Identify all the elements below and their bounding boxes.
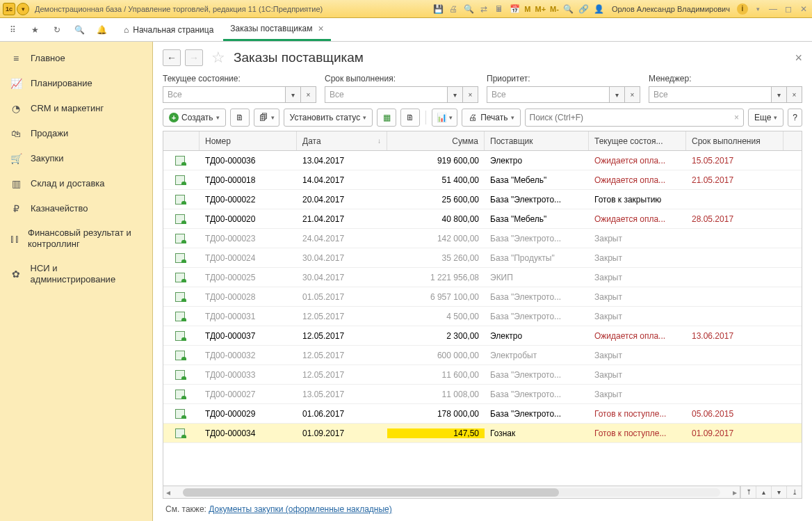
nav-back-button[interactable]: ← xyxy=(163,49,181,66)
table-row[interactable]: ТД00-00003312.05.201711 600,00База "Элек… xyxy=(163,365,802,385)
table-row[interactable]: ТД00-00002021.04.201740 800,00База "Мебе… xyxy=(163,209,802,229)
search-icon[interactable]: 🔍 xyxy=(72,23,86,37)
excel-button[interactable]: ▦ xyxy=(377,109,396,127)
document-icon xyxy=(175,214,185,224)
filter-state-dropdown[interactable]: ▾ xyxy=(286,86,301,103)
col-icon[interactable] xyxy=(163,131,200,150)
table-row[interactable]: ТД00-00002430.04.201735 260,00База "Прод… xyxy=(163,248,802,268)
col-state[interactable]: Текущее состоя... xyxy=(589,131,686,150)
search-box[interactable]: × xyxy=(525,109,744,127)
row-number: ТД00-000036 xyxy=(200,156,297,166)
scroll-left-icon[interactable]: ◂ xyxy=(163,488,173,497)
sidebar-item-8[interactable]: ✿НСИ и администрирование xyxy=(0,257,152,292)
history-icon[interactable]: ↻ xyxy=(50,23,64,37)
copy-button[interactable]: 🗎 xyxy=(230,109,250,127)
memory-m[interactable]: M xyxy=(524,5,530,13)
user-name[interactable]: Орлов Александр Владимирович xyxy=(612,5,730,13)
scroll-thumb[interactable] xyxy=(183,488,559,497)
table-row[interactable]: ТД00-00003613.04.2017919 600,00ЭлектроОж… xyxy=(163,151,802,170)
sidebar-item-1[interactable]: 📈Планирование xyxy=(0,71,152,96)
based-on-button[interactable]: 🗐▾ xyxy=(254,109,279,127)
sidebar-item-4[interactable]: 🛒Закупки xyxy=(0,146,152,171)
table-row[interactable]: ТД00-00002530.04.20171 221 956,08ЭКИПЗак… xyxy=(163,268,802,287)
nav-forward-button[interactable]: → xyxy=(185,49,203,66)
filter-state-input[interactable] xyxy=(163,86,286,103)
app-logo-icon[interactable]: 1c xyxy=(3,3,15,15)
table-row[interactable]: ТД00-00002324.04.2017142 000,00База "Эле… xyxy=(163,229,802,248)
zoom-icon[interactable]: 🔍 xyxy=(563,3,574,15)
table-row[interactable]: ТД00-00003212.05.2017600 000,00Электробы… xyxy=(163,346,802,365)
compare-icon[interactable]: ⇄ xyxy=(478,3,489,15)
favorite-page-icon[interactable]: ☆ xyxy=(211,49,225,67)
table-row[interactable]: ТД00-00001814.04.201751 400,00База "Мебе… xyxy=(163,170,802,190)
apps-icon[interactable]: ⠿ xyxy=(6,23,19,37)
close-page-icon[interactable]: × xyxy=(795,51,802,65)
goto-down-icon[interactable]: ▾ xyxy=(771,486,786,499)
col-supplier[interactable]: Поставщик xyxy=(485,131,589,150)
memory-mminus[interactable]: M- xyxy=(550,5,559,13)
col-date[interactable]: Дата↓ xyxy=(297,131,387,150)
goto-up-icon[interactable]: ▴ xyxy=(756,486,771,499)
scroll-right-icon[interactable]: ▸ xyxy=(730,488,740,497)
table-row[interactable]: ТД00-00003112.05.20174 500,00База "Элект… xyxy=(163,307,802,326)
minimize-icon[interactable]: — xyxy=(768,3,779,15)
filter-manager-dropdown[interactable]: ▾ xyxy=(772,86,787,103)
sidebar-item-0[interactable]: ≡Главное xyxy=(0,46,152,71)
favorite-icon[interactable]: ★ xyxy=(28,23,42,37)
print-icon[interactable]: 🖨 xyxy=(448,3,459,15)
filter-priority-clear[interactable]: × xyxy=(625,86,640,103)
set-status-button[interactable]: Установить статус ▾ xyxy=(284,109,373,127)
filter-due-clear[interactable]: × xyxy=(463,86,478,103)
tab-orders[interactable]: Заказы поставщикам × xyxy=(223,18,330,41)
table-row[interactable]: ТД00-00002220.04.201725 600,00База "Элек… xyxy=(163,190,802,209)
goto-bottom-icon[interactable]: ⤓ xyxy=(786,486,802,499)
filter-priority-dropdown[interactable]: ▾ xyxy=(610,86,625,103)
calculator-icon[interactable]: 🖩 xyxy=(494,3,505,15)
col-sum[interactable]: Сумма xyxy=(387,131,485,150)
sidebar-item-7[interactable]: ⫿⫿Финансовый результат и контроллинг xyxy=(0,221,152,257)
sidebar-item-2[interactable]: ◔CRM и маркетинг xyxy=(0,96,152,121)
table-row[interactable]: ТД00-00002901.06.2017178 000,00База "Эле… xyxy=(163,404,802,424)
report-button[interactable]: 📊▾ xyxy=(432,109,457,127)
preview-icon[interactable]: 🔍 xyxy=(463,3,474,15)
sidebar-item-5[interactable]: ▥Склад и доставка xyxy=(0,171,152,196)
filter-due-dropdown[interactable]: ▾ xyxy=(448,86,463,103)
search-input[interactable] xyxy=(530,113,734,122)
close-window-icon[interactable]: ✕ xyxy=(798,3,809,15)
table-row[interactable]: ТД00-00003712.05.20172 300,00ЭлектроОжид… xyxy=(163,326,802,346)
sidebar-item-6[interactable]: ₽Казначейство xyxy=(0,196,152,221)
tab-close-icon[interactable]: × xyxy=(318,23,323,34)
filter-manager-input[interactable] xyxy=(649,86,772,103)
table-row[interactable]: ТД00-00003401.09.2017147,50ГознакГотов к… xyxy=(163,424,802,443)
horizontal-scrollbar[interactable]: ◂ ▸ ⤒ ▴ ▾ ⤓ xyxy=(163,486,802,498)
app-menu-dropdown[interactable]: ▾ xyxy=(17,3,29,15)
col-number[interactable]: Номер xyxy=(200,131,297,150)
filter-state-clear[interactable]: × xyxy=(301,86,316,103)
maximize-icon[interactable]: ◻ xyxy=(783,3,794,15)
calendar-icon[interactable]: 📅 xyxy=(509,3,520,15)
edi-button[interactable]: 🗎 xyxy=(400,109,420,127)
link-icon[interactable]: 🔗 xyxy=(578,3,590,15)
sidebar-item-3[interactable]: 🛍Продажи xyxy=(0,121,152,146)
search-clear-icon[interactable]: × xyxy=(734,113,739,122)
help-button[interactable]: ? xyxy=(788,109,802,127)
filter-due-input[interactable] xyxy=(325,86,448,103)
more-button[interactable]: Еще ▾ xyxy=(748,109,783,127)
see-also-link[interactable]: Документы закупки (оформленные накладные… xyxy=(209,504,392,514)
tab-home[interactable]: ⌂ Начальная страница xyxy=(114,18,223,41)
memory-mplus[interactable]: M+ xyxy=(535,5,546,13)
info-icon[interactable]: i xyxy=(737,3,748,15)
create-button[interactable]: + Создать ▾ xyxy=(163,109,226,127)
goto-top-icon[interactable]: ⤒ xyxy=(740,486,756,499)
notifications-icon[interactable]: 🔔 xyxy=(95,23,108,37)
table-row[interactable]: ТД00-00002713.05.201711 008,00База "Элек… xyxy=(163,385,802,404)
info-dropdown-icon[interactable]: ▾ xyxy=(752,3,763,15)
save-icon[interactable]: 💾 xyxy=(432,3,444,15)
filter-manager-clear[interactable]: × xyxy=(787,86,802,103)
table-body[interactable]: ТД00-00003613.04.2017919 600,00ЭлектроОж… xyxy=(163,151,802,486)
table-row[interactable]: ТД00-00002801.05.20176 957 100,00База "Э… xyxy=(163,287,802,307)
col-due[interactable]: Срок выполнения xyxy=(686,131,783,150)
scroll-track[interactable] xyxy=(183,488,720,497)
print-button[interactable]: 🖨 Печать ▾ xyxy=(462,109,520,127)
filter-priority-input[interactable] xyxy=(487,86,610,103)
